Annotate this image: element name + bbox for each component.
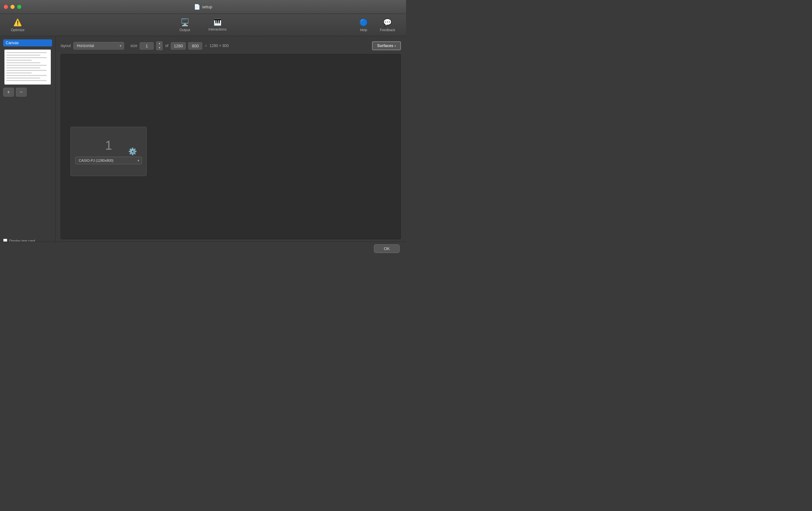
size-label: size (130, 44, 137, 48)
optimize-icon: ⚠️ (13, 19, 22, 27)
size-width-value: 1280 (171, 42, 186, 50)
help-icon: 🔵 (359, 19, 368, 27)
display-device-select[interactable]: CASIO-PJ (1280x800) Screen 1 Screen 2 (75, 157, 142, 164)
content-area: layout Horizontal Vertical Custom size 1… (56, 36, 406, 255)
size-of-label: of (165, 44, 168, 48)
preview-line (6, 70, 47, 71)
minimize-button[interactable] (10, 5, 14, 9)
remove-canvas-button[interactable]: − (16, 88, 27, 97)
toolbar-help[interactable]: 🔵 Help (355, 17, 372, 34)
toolbar-center: 🖥️ Output 🎹 Interactions (175, 17, 231, 34)
ok-button[interactable]: OK (374, 244, 400, 253)
footer: OK (0, 242, 406, 255)
layout-group: layout Horizontal Vertical Custom (61, 42, 124, 50)
canvas-preview (4, 50, 51, 84)
main-area: Canvas + − Displa (0, 36, 406, 255)
window-title: setup (202, 4, 212, 9)
display-top-row: 1 ⚙️ (105, 139, 112, 152)
size-height-group: 800 (188, 42, 202, 50)
window-title-area: 📄 setup (194, 4, 212, 10)
preview-line (6, 57, 47, 58)
display-select-wrapper: CASIO-PJ (1280x800) Screen 1 Screen 2 (75, 157, 142, 164)
toolbar-interactions[interactable]: 🎹 Interactions (204, 17, 231, 34)
canvas-item[interactable]: Canvas (3, 39, 52, 46)
help-label: Help (360, 28, 367, 32)
spin-down-button[interactable]: ▼ (156, 46, 162, 50)
preview-line (6, 65, 47, 66)
layout-select[interactable]: Horizontal Vertical Custom (73, 42, 124, 50)
canvas-area: 1 ⚙️ CASIO-PJ (1280x800) Screen 1 Screen… (61, 54, 401, 239)
piano-icon: 🎹 (214, 19, 222, 26)
toolbar: ⚠️ Optimize 🖥️ Output 🎹 Interactions 🔵 H… (0, 14, 406, 36)
window-controls[interactable] (4, 5, 21, 9)
sidebar-buttons: + − (3, 88, 52, 97)
surfaces-label: Surfaces (377, 44, 393, 48)
feedback-label: Feedback (380, 28, 395, 32)
output-label: Output (180, 28, 190, 32)
document-icon: 📄 (194, 4, 200, 10)
optimize-label: Optimize (11, 28, 24, 32)
layout-label: layout (61, 44, 71, 48)
toolbar-feedback[interactable]: 💬 Feedback (376, 17, 400, 34)
preview-line (6, 55, 40, 56)
preview-line (6, 68, 40, 68)
display-number: 1 (105, 139, 112, 152)
gear-icon[interactable]: ⚙️ (128, 147, 137, 156)
titlebar: 📄 setup (0, 0, 406, 14)
preview-line (6, 78, 40, 79)
size-spinner[interactable]: ▲ ▼ (156, 41, 163, 50)
preview-lines (4, 50, 51, 84)
display-block: 1 ⚙️ CASIO-PJ (1280x800) Screen 1 Screen… (70, 127, 147, 176)
feedback-icon: 💬 (383, 19, 392, 27)
sidebar: Canvas + − Displa (0, 36, 56, 255)
monitor-icon: 🖥️ (181, 19, 189, 27)
size-index-value: 1 (140, 42, 154, 50)
layout-select-wrapper: Horizontal Vertical Custom (73, 42, 124, 50)
controls-row: layout Horizontal Vertical Custom size 1… (61, 41, 401, 50)
toolbar-optimize[interactable]: ⚠️ Optimize (6, 17, 29, 34)
close-button[interactable] (4, 5, 8, 9)
preview-line (6, 52, 47, 53)
preview-line (6, 75, 47, 76)
size-width-group: 1280 (171, 42, 186, 50)
size-group: size 1 ▲ ▼ of 1280 800 = 1280 × 800 (130, 41, 229, 50)
spin-up-button[interactable]: ▲ (156, 42, 162, 46)
preview-line (6, 80, 47, 81)
preview-line (6, 62, 40, 63)
toolbar-right: 🔵 Help 💬 Feedback (355, 17, 400, 34)
add-canvas-button[interactable]: + (3, 88, 14, 97)
surfaces-button[interactable]: Surfaces › (372, 41, 401, 50)
size-result: 1280 × 800 (209, 44, 229, 48)
size-height-value: 800 (188, 42, 202, 50)
surfaces-chevron-icon: › (395, 44, 396, 48)
preview-line (6, 60, 32, 61)
preview-line (6, 73, 32, 73)
maximize-button[interactable] (17, 5, 21, 9)
toolbar-output[interactable]: 🖥️ Output (175, 17, 195, 34)
size-equals: = (205, 44, 207, 48)
interactions-label: Interactions (208, 27, 227, 31)
